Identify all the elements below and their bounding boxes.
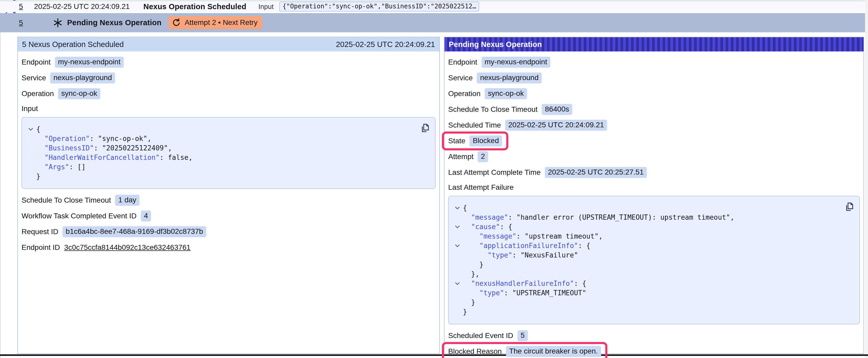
failure-json-block: { "message": "handler error (UPSTREAM_TI…: [448, 196, 860, 324]
field-value-badge: 1 day: [115, 195, 140, 206]
field-value-badge: Blocked: [469, 135, 502, 147]
code-gutter: [452, 269, 463, 279]
field-value-link[interactable]: 3c0c75ccfa8144b092c13ce632463761: [64, 243, 190, 252]
event-timestamp: 2025-02-25 UTC 20:24:09.21: [34, 2, 130, 11]
pending-operation-panel: Pending Nexus Operation Endpointmy-nexus…: [444, 37, 864, 354]
code-line: "type": "UPSTREAM_TIMEOUT": [452, 288, 838, 298]
code-gutter: [25, 153, 36, 162]
field-label: Operation: [448, 90, 480, 98]
event-title: Pending Nexus Operation: [67, 19, 161, 27]
field-group: Endpointmy-nexus-endpointServicenexus-pl…: [22, 57, 436, 99]
field-value-badge: The circuit breaker is open.: [506, 346, 601, 357]
field-label: Last Attempt Complete Time: [448, 168, 541, 176]
collapse-chevron-icon[interactable]: [452, 203, 463, 213]
code-gutter: [25, 143, 36, 153]
code-line: },: [452, 269, 838, 279]
collapse-chevron-icon[interactable]: [452, 241, 463, 250]
field-value-badge: 2: [477, 151, 488, 162]
code-gutter: [452, 288, 463, 298]
window-left-edge: [0, 0, 1, 358]
field-value-badge: 2025-02-25 UTC 20:24:09.21: [505, 120, 607, 131]
field-row: Operationsync-op-ok: [448, 89, 860, 99]
input-preview-chip[interactable]: {"Operation":"sync-op-ok","BusinessID":"…: [279, 2, 479, 11]
collapse-chevron-icon[interactable]: [452, 222, 463, 231]
code-text: }: [463, 298, 475, 307]
field-value-badge: 2025-02-25 UTC 20:25:27.51: [545, 167, 647, 178]
copy-icon[interactable]: [419, 122, 430, 133]
code-line: "type": "NexusFailure": [452, 250, 838, 260]
collapse-chevron-icon[interactable]: [452, 279, 463, 288]
code-text: "type": "NexusFailure": [463, 250, 578, 260]
field-row: Request IDb1c6a4bc-8ee7-468a-9169-df3b02…: [22, 227, 436, 237]
code-line: }: [452, 260, 838, 269]
highlight-box: StateBlocked: [442, 131, 508, 151]
highlight-box: Blocked ReasonThe circuit breaker is ope…: [442, 342, 608, 358]
json-code: { "message": "handler error (UPSTREAM_TI…: [452, 203, 838, 317]
field-value-badge: sync-op-ok: [58, 88, 100, 99]
field-label: Endpoint: [22, 58, 51, 66]
retry-status-badge: Attempt 2 • Next Retry: [168, 16, 262, 29]
field-row: Workflow Task Completed Event ID4: [22, 211, 436, 221]
event-id-link[interactable]: 5: [19, 19, 23, 27]
field-row: Servicenexus-playground: [448, 73, 860, 83]
code-text: "type": "UPSTREAM_TIMEOUT": [463, 288, 586, 298]
code-text: "message": "handler error (UPSTREAM_TIME…: [463, 213, 734, 222]
field-value-badge: b1c6a4bc-8ee7-468a-9169-df3b02c8737b: [63, 226, 206, 237]
code-gutter: [452, 260, 463, 269]
code-gutter: [25, 162, 36, 172]
panel-body: Endpointmy-nexus-endpointServicenexus-pl…: [444, 52, 864, 356]
field-row: Attempt2: [448, 152, 860, 162]
field-label: Service: [22, 74, 46, 82]
code-text: {: [463, 203, 467, 213]
field-value-badge: nexus-playground: [477, 72, 542, 84]
code-gutter: [25, 172, 36, 181]
history-row-pending-nexus-operation[interactable]: 5 Pending Nexus Operation Attempt 2 • Ne…: [0, 13, 865, 32]
field-row: Endpointmy-nexus-endpoint: [448, 57, 860, 67]
code-gutter: [452, 231, 463, 241]
field-group: Scheduled Event ID5Blocked ReasonThe cir…: [448, 331, 860, 356]
field-row: Scheduled Event ID5: [448, 331, 860, 341]
code-line: }: [452, 298, 838, 307]
field-label: Endpoint ID: [22, 243, 60, 252]
code-gutter: [452, 307, 463, 317]
field-label: Schedule To Close Timeout: [448, 105, 537, 113]
code-text: "BusinessID": "20250225122409",: [36, 143, 172, 153]
retry-icon: [172, 18, 181, 27]
field-group: Schedule To Close Timeout1 dayWorkflow T…: [22, 195, 436, 253]
field-label: State: [448, 137, 465, 145]
code-text: },: [463, 269, 479, 279]
event-id-link[interactable]: 5: [19, 2, 23, 11]
event-detail-panel-scheduled: 5 Nexus Operation Scheduled 2025-02-25 U…: [17, 37, 440, 354]
pending-sparkle-icon: [53, 18, 63, 28]
code-text: "Operation": "sync-op-ok",: [36, 134, 151, 143]
code-line: "HandlerWaitForCancellation": false,: [25, 153, 414, 162]
field-row: StateBlocked: [448, 136, 860, 146]
field-row: Schedule To Close Timeout86400s: [448, 104, 860, 115]
code-line: "message": "upstream timeout",: [452, 231, 838, 241]
code-text: "HandlerWaitForCancellation": false,: [36, 153, 192, 162]
field-label: Operation: [22, 90, 54, 98]
code-line: "applicationFailureInfo": {: [452, 241, 838, 250]
code-gutter: [452, 298, 463, 307]
field-row: Schedule To Close Timeout1 day: [22, 195, 436, 205]
collapse-chevron-icon[interactable]: [25, 124, 36, 134]
copy-icon[interactable]: [843, 201, 855, 212]
scrollbar-track[interactable]: [866, 0, 868, 358]
field-label: Request ID: [22, 228, 58, 236]
code-line: "Operation": "sync-op-ok",: [25, 134, 414, 143]
field-label: Schedule To Close Timeout: [22, 196, 111, 204]
code-text: }: [463, 307, 467, 317]
code-line: {: [25, 124, 414, 134]
field-value-badge: 86400s: [542, 104, 572, 115]
field-label: Scheduled Event ID: [448, 331, 513, 340]
panel-title: 5 Nexus Operation Scheduled: [22, 40, 124, 49]
code-line: }: [452, 307, 838, 317]
field-row: Scheduled Time2025-02-25 UTC 20:24:09.21: [448, 120, 860, 130]
code-line: {: [452, 203, 838, 213]
panel-body: Endpointmy-nexus-endpointServicenexus-pl…: [18, 52, 439, 253]
code-line: "nexusHandlerFailureInfo": {: [452, 279, 838, 288]
code-text: }: [36, 172, 40, 181]
input-json-block: { "Operation": "sync-op-ok", "BusinessID…: [22, 117, 436, 189]
history-row-nexus-operation-scheduled[interactable]: 5 2025-02-25 UTC 20:24:09.21 Nexus Opera…: [0, 1, 865, 12]
field-row: Endpointmy-nexus-endpoint: [22, 57, 436, 67]
